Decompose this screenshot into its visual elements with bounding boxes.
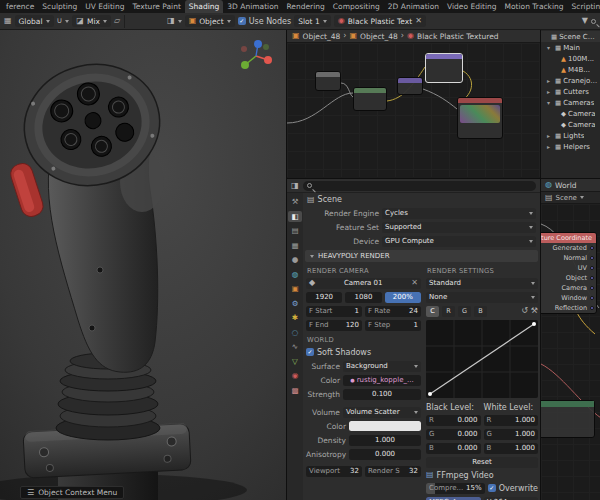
overwrite-checkbox[interactable]: ✓ — [488, 484, 496, 492]
reset-curve-button[interactable]: Reset — [426, 457, 538, 468]
outliner-item[interactable]: ▸ ▦ Helpers — [541, 141, 600, 152]
workspace-tab-shading[interactable]: Shading — [185, 0, 223, 13]
scene-properties-tab[interactable]: ● — [288, 254, 302, 266]
outliner-item-scene-collection[interactable]: ▦ Scene Collec... — [541, 31, 600, 42]
shader-node[interactable] — [541, 400, 595, 438]
blend-mode-dropdown[interactable]: ◪ Mix — [72, 15, 111, 27]
outliner-item[interactable]: ▾ ▦ Cameras — [541, 97, 600, 108]
channel-g-button[interactable]: G — [458, 306, 471, 317]
viewport-samples-field[interactable]: Viewport32 — [306, 466, 362, 477]
soft-shadows-checkbox[interactable]: ✓ — [306, 348, 314, 356]
disclosure-icon[interactable]: ▸ — [547, 132, 553, 139]
image-texture-node[interactable] — [457, 97, 503, 139]
filter-icon[interactable]: ▼ — [582, 17, 588, 25]
outliner-item[interactable]: ▸ ▦ Cutters — [541, 86, 600, 97]
outliner-item[interactable]: ▸ ▦ Cranejoys... — [541, 75, 600, 86]
tool-properties-tab[interactable]: ⚒ — [288, 196, 302, 208]
resolution-scale-button[interactable]: 200% — [385, 292, 421, 303]
socket-icon[interactable] — [590, 286, 594, 290]
shader-type-dropdown[interactable]: ▣ Object — [185, 15, 235, 27]
render-engine-dropdown[interactable]: Cycles — [382, 208, 536, 219]
workspace-tab[interactable]: Scripting — [568, 0, 600, 13]
workspace-tab[interactable]: Texture Paint — [128, 0, 184, 13]
node-output-row[interactable]: Camera — [541, 283, 596, 293]
container-dropdown[interactable]: MPEG-4 — [426, 497, 481, 500]
physics-properties-tab[interactable]: ◌ — [288, 327, 302, 339]
resolution-x-field[interactable]: 1920 — [306, 292, 342, 303]
feature-set-dropdown[interactable]: Supported — [382, 222, 536, 233]
frame-rate-field[interactable]: F Rate24 — [365, 306, 421, 317]
outliner-item[interactable]: ◆ Camera — [541, 108, 600, 119]
white-level-g-field[interactable]: G1.000 — [484, 429, 539, 440]
channel-b-button[interactable]: B — [474, 306, 487, 317]
snap-options-caret-icon[interactable] — [65, 20, 69, 23]
workspace-tab[interactable]: Motion Tracking — [501, 0, 568, 13]
properties-search-input[interactable] — [303, 181, 536, 191]
use-nodes-checkbox[interactable]: ✓ Use Nodes — [238, 17, 292, 26]
outliner-item[interactable]: ▾ ▦ Main — [541, 42, 600, 53]
white-level-r-field[interactable]: R1.000 — [484, 415, 539, 426]
world-editor-title[interactable]: World — [555, 181, 577, 190]
frame-step-field[interactable]: F Step1 — [365, 320, 421, 331]
white-level-b-field[interactable]: B1.000 — [484, 443, 539, 454]
node-canvas[interactable] — [287, 43, 541, 177]
nodetree-editor-icon[interactable]: ◨ — [167, 17, 175, 25]
breadcrumb-material[interactable]: Black Plastic Textured — [417, 32, 499, 41]
socket-icon[interactable] — [590, 266, 594, 270]
texture-coordinate-node[interactable]: Texture Coordinate Generated Normal UV O… — [541, 232, 597, 314]
3d-viewport[interactable] — [0, 30, 286, 500]
workspace-tab[interactable]: Compositing — [329, 0, 384, 13]
output-properties-tab[interactable]: ▤ — [288, 225, 302, 237]
node-output-row[interactable]: Normal — [541, 253, 596, 263]
breadcrumb-scene[interactable]: Scene — [318, 195, 342, 204]
outliner-item[interactable]: ◆ Camera — [541, 119, 600, 130]
world-node-editor[interactable]: ◍ World ▤ Scene Texture Coordinate Gener… — [540, 178, 600, 500]
transform-orientation-dropdown[interactable]: Global — [15, 15, 54, 27]
paint-mask-icon[interactable]: ▱ — [114, 17, 120, 25]
workspace-tab[interactable]: Video Editing — [443, 0, 501, 13]
world-color-link-field[interactable]: ● rustig_kopple_... — [343, 375, 421, 386]
slot-dropdown[interactable]: Slot 1 — [294, 15, 331, 27]
view-layer-properties-tab[interactable]: ▦ — [288, 240, 302, 252]
strength-field[interactable]: 0.100 — [343, 389, 421, 400]
node-output-row[interactable]: UV — [541, 263, 596, 273]
world-properties-tab[interactable]: ◍ — [288, 269, 302, 281]
object-properties-tab[interactable]: ▣ — [288, 283, 302, 295]
breadcrumb-scene[interactable]: Scene — [556, 194, 577, 202]
frame-end-field[interactable]: F End120 — [306, 320, 362, 331]
world-node-canvas[interactable]: Texture Coordinate Generated Normal UV O… — [541, 204, 600, 500]
outliner-item[interactable]: ▸ ▦ Lights — [541, 130, 600, 141]
disclosure-icon[interactable]: ▸ — [547, 77, 553, 84]
unlink-icon[interactable]: ✕ — [415, 17, 422, 25]
editor-type-caret-icon[interactable] — [178, 20, 182, 23]
look-dropdown[interactable]: None — [426, 292, 538, 303]
properties-editor-icon[interactable]: ◨ — [291, 182, 299, 190]
reset-view-icon[interactable]: ↺ — [521, 307, 528, 315]
socket-icon[interactable] — [590, 246, 594, 250]
constraints-properties-tab[interactable]: ∿ — [288, 341, 302, 353]
node-output-row[interactable]: Reflection — [541, 303, 596, 313]
compression-slider[interactable]: Compre...15% — [426, 483, 485, 494]
navigation-gizmo[interactable] — [236, 36, 276, 76]
workspace-tab[interactable]: 2D Animation — [384, 0, 443, 13]
outliner-item[interactable]: ▲ 100M... — [541, 53, 600, 64]
socket-icon[interactable] — [590, 256, 594, 260]
volume-color-swatch[interactable] — [349, 421, 421, 431]
modifier-properties-tab[interactable]: ⚙ — [288, 298, 302, 310]
black-level-r-field[interactable]: R0.000 — [426, 415, 481, 426]
unlink-icon[interactable]: ✕ — [411, 279, 418, 287]
rgb-curve-widget[interactable] — [426, 320, 538, 398]
texture-properties-tab[interactable]: ▩ — [288, 385, 302, 397]
density-field[interactable]: 1.000 — [349, 435, 421, 446]
camera-selector[interactable]: ◆ Camera 01 ✕ — [306, 278, 421, 289]
outliner-item[interactable]: ▲ M4B... — [541, 64, 600, 75]
object-data-properties-tab[interactable]: ▽ — [288, 356, 302, 368]
view-transform-dropdown[interactable]: Standard — [426, 278, 538, 289]
grid-icon[interactable]: ▦ — [4, 17, 12, 25]
socket-icon[interactable] — [590, 306, 594, 310]
codec-dropdown[interactable]: H.264 — [484, 497, 539, 500]
surface-dropdown[interactable]: Background — [343, 361, 421, 372]
search-icon[interactable] — [591, 19, 596, 24]
channel-c-button[interactable]: C — [426, 306, 439, 317]
socket-icon[interactable] — [590, 276, 594, 280]
